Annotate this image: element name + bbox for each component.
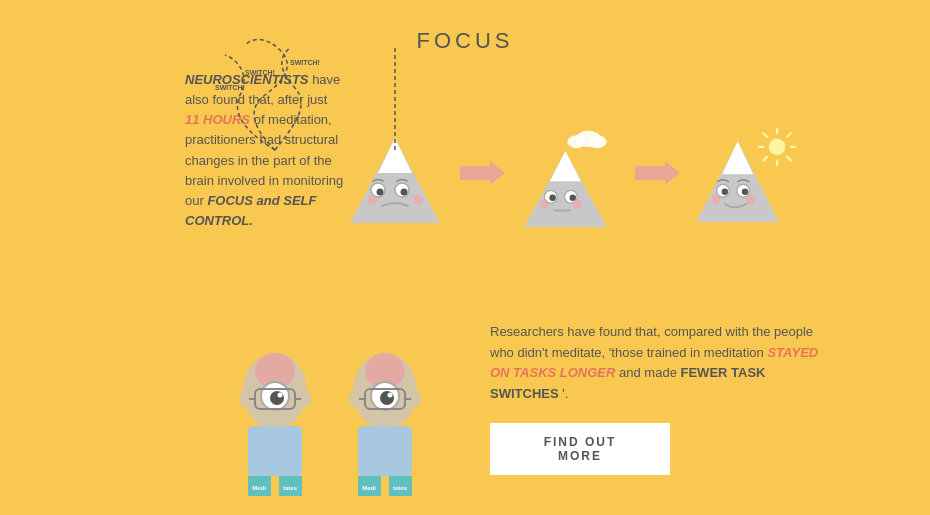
find-out-more-button[interactable]: FIND OUT MORE [490, 423, 670, 475]
svg-point-10 [567, 135, 585, 148]
svg-point-60 [380, 391, 394, 405]
svg-point-20 [573, 199, 582, 208]
character-2-svg: Medi tates [340, 336, 430, 511]
svg-marker-21 [635, 161, 680, 185]
mountain-2 [515, 128, 625, 238]
arrow-2 [635, 158, 680, 188]
svg-text:SWITCH!: SWITCH! [245, 69, 275, 76]
svg-point-45 [270, 391, 284, 405]
svg-point-6 [367, 195, 377, 205]
svg-point-34 [722, 188, 728, 194]
squiggle-svg: SWITCH! SWITCH! SWITCH! [195, 30, 475, 160]
svg-point-55 [239, 391, 249, 407]
svg-point-7 [413, 195, 423, 205]
svg-rect-50 [248, 426, 302, 476]
svg-point-56 [301, 391, 311, 407]
svg-point-36 [742, 188, 748, 194]
svg-text:SWITCH!: SWITCH! [290, 59, 320, 66]
svg-line-28 [787, 133, 791, 137]
researchers-text: Researchers have found that, compared wi… [490, 324, 813, 360]
mountain-svg-2 [515, 128, 625, 238]
svg-text:tates: tates [283, 485, 298, 491]
svg-point-3 [377, 188, 384, 195]
character-1-svg: Medi tates [230, 336, 320, 511]
svg-marker-13 [550, 150, 581, 180]
svg-line-30 [787, 156, 791, 160]
svg-point-22 [769, 138, 786, 155]
svg-rect-65 [358, 426, 412, 476]
svg-marker-8 [460, 161, 505, 185]
svg-point-71 [411, 391, 421, 407]
right-text-block: Researchers have found that, compared wi… [490, 322, 830, 475]
svg-point-46 [278, 393, 283, 398]
svg-text:Medi: Medi [252, 485, 266, 491]
svg-point-11 [588, 135, 606, 148]
svg-text:Medi: Medi [362, 485, 376, 491]
svg-point-70 [349, 391, 359, 407]
svg-point-5 [401, 188, 408, 195]
svg-line-29 [763, 156, 767, 160]
svg-point-37 [711, 194, 720, 203]
end-text: '. [562, 386, 568, 401]
squiggle-area: SWITCH! SWITCH! SWITCH! [195, 30, 475, 130]
svg-text:tates: tates [393, 485, 408, 491]
svg-point-61 [388, 393, 393, 398]
and-text: and made [619, 365, 680, 380]
svg-point-15 [549, 194, 555, 200]
svg-point-19 [540, 199, 549, 208]
svg-point-38 [746, 194, 755, 203]
mountain-3 [690, 128, 800, 238]
character-1: Medi tates [230, 336, 320, 515]
svg-text:SWITCH!: SWITCH! [215, 84, 245, 91]
svg-marker-32 [722, 141, 753, 174]
svg-line-27 [763, 133, 767, 137]
svg-point-17 [570, 194, 576, 200]
mountain-svg-3 [690, 128, 800, 238]
arrow-1 [460, 158, 505, 188]
character-2: Medi tates [340, 336, 430, 515]
